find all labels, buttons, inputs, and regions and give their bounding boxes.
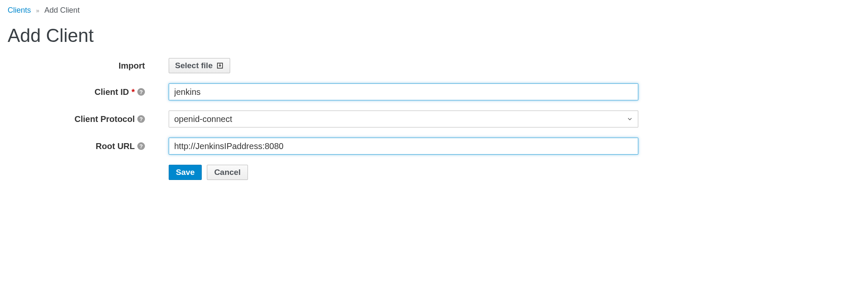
row-actions: Save Cancel [8, 165, 860, 180]
label-client-protocol: Client Protocol [75, 114, 135, 124]
client-protocol-select[interactable]: openid-connect [169, 111, 638, 127]
import-file-icon [216, 62, 224, 69]
row-client-protocol: Client Protocol ? openid-connect [8, 111, 860, 127]
breadcrumb-current: Add Client [45, 6, 80, 15]
cancel-button[interactable]: Cancel [207, 165, 248, 180]
select-file-button-label: Select file [175, 61, 213, 70]
row-root-url: Root URL ? [8, 138, 860, 155]
breadcrumb-link-clients[interactable]: Clients [8, 6, 31, 15]
client-protocol-select-wrap: openid-connect [169, 111, 638, 127]
client-id-input[interactable] [169, 83, 638, 100]
help-icon[interactable]: ? [137, 88, 145, 96]
row-import: Import Select file [8, 58, 860, 73]
root-url-input[interactable] [169, 138, 638, 155]
row-client-id: Client ID * ? [8, 83, 860, 100]
help-icon[interactable]: ? [137, 115, 145, 123]
help-icon[interactable]: ? [137, 142, 145, 150]
required-indicator-icon: * [131, 87, 135, 97]
label-client-id: Client ID [95, 87, 129, 97]
label-import: Import [119, 61, 145, 71]
page-title: Add Client [8, 25, 860, 46]
breadcrumb: Clients » Add Client [8, 6, 860, 15]
label-root-url: Root URL [96, 141, 135, 151]
select-file-button[interactable]: Select file [169, 58, 230, 73]
breadcrumb-separator-icon: » [36, 7, 39, 14]
add-client-form: Import Select file Client I [8, 58, 860, 180]
save-button[interactable]: Save [169, 165, 202, 180]
